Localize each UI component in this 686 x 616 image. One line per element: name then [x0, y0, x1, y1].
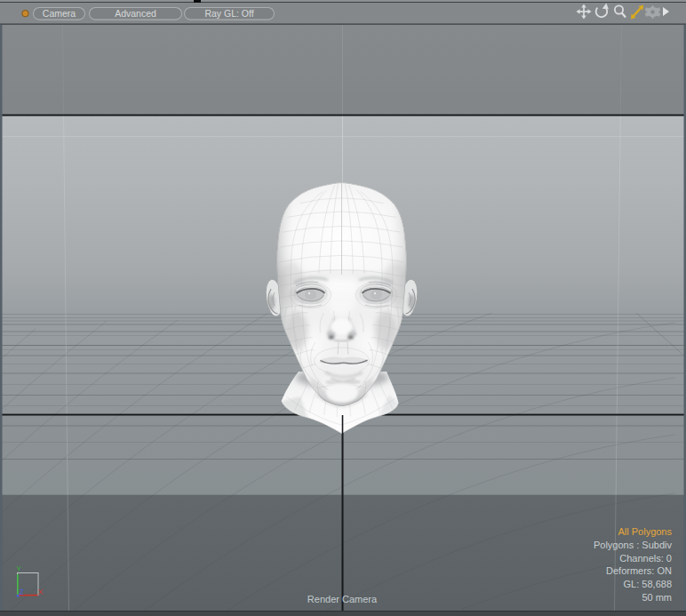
svg-text:Render Camera: Render Camera: [307, 594, 378, 604]
svg-text:Ray GL: Off: Ray GL: Off: [204, 8, 253, 19]
svg-text:Z: Z: [19, 588, 23, 596]
svg-text:Channels: 0: Channels: 0: [619, 553, 672, 564]
svg-text:Advanced: Advanced: [115, 8, 156, 19]
svg-text:Deformers: ON: Deformers: ON: [606, 565, 672, 576]
svg-text:Camera: Camera: [43, 8, 76, 19]
svg-text:Polygons : Subdiv: Polygons : Subdiv: [594, 540, 673, 550]
svg-text:Y: Y: [16, 564, 21, 573]
svg-text:GL: 58,688: GL: 58,688: [624, 579, 672, 589]
svg-text:X: X: [38, 588, 44, 596]
svg-text:All Polygons: All Polygons: [618, 526, 672, 537]
svg-text:50 mm: 50 mm: [642, 592, 672, 603]
